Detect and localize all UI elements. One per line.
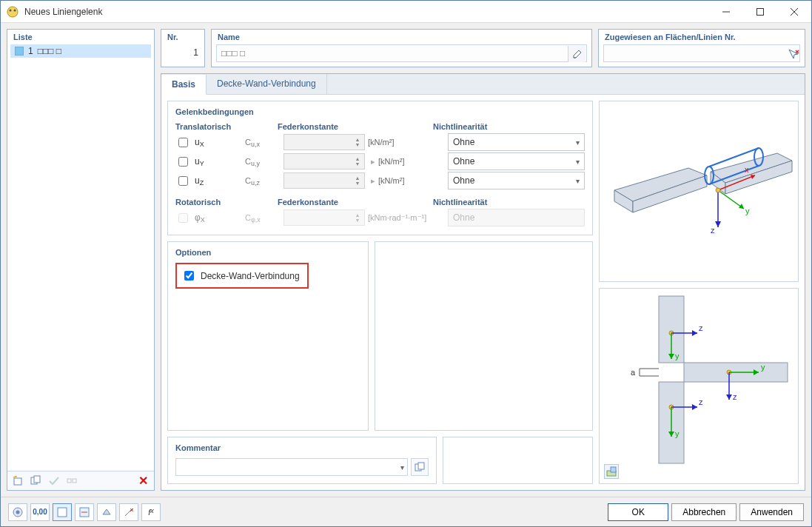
svg-text:y: y [675, 429, 680, 438]
options-title: Optionen [175, 248, 360, 257]
check-icon[interactable] [46, 474, 62, 489]
list-item-icon [15, 47, 24, 56]
assign-title: Zugewiesen an Flächen/Linien Nr. [599, 30, 805, 43]
trans-label: Translatorisch [175, 122, 242, 131]
gelenk-title: Gelenkbedingungen [175, 107, 585, 116]
list-title: Liste [7, 30, 154, 43]
name-title: Name [212, 30, 591, 43]
list-panel: Liste 1 □□□ □ ✕ [7, 29, 155, 491]
option-decke-wand-checkbox[interactable] [184, 271, 194, 281]
tab-basis[interactable]: Basis [161, 75, 207, 95]
footer-surface-icon[interactable] [97, 503, 116, 521]
left-column: Liste 1 □□□ □ ✕ [7, 29, 155, 491]
option-decke-wand-label: Decke-Wand-Verbindung [201, 271, 300, 281]
tab-decke-wand[interactable]: Decke-Wand-Verbindung [207, 74, 327, 94]
feder-label-2: Federkonstante [278, 198, 411, 207]
combo-phix: Ohne [448, 209, 585, 226]
footer: 0,00 fx OK Abbrechen Anwenden [1, 497, 811, 526]
const-uy: Cu,y [245, 157, 281, 166]
name-input[interactable]: □□□ □ [216, 44, 587, 62]
svg-rect-16 [418, 463, 424, 469]
check-ux[interactable]: uX [175, 135, 242, 150]
new-entry-icon[interactable] [10, 474, 27, 489]
right-column: Nr. 1 Name □□□ □ Zugewiesen an Flächen/L… [161, 29, 805, 491]
nr-title: Nr. [161, 30, 204, 43]
combo-ux[interactable]: Ohne▾ [448, 133, 585, 151]
svg-rect-7 [14, 478, 21, 485]
combo-uz[interactable]: Ohne▾ [448, 172, 585, 189]
check-phix: φX [175, 211, 242, 225]
svg-text:z: z [699, 323, 703, 332]
preview-tool-icon[interactable] [604, 464, 619, 479]
blank-panel [375, 241, 593, 431]
spin-ux[interactable]: ▲▼ [283, 134, 365, 150]
svg-marker-60 [692, 404, 697, 410]
option-decke-wand[interactable]: Decke-Wand-Verbindung [175, 263, 309, 289]
close-button[interactable] [777, 1, 811, 23]
list-item[interactable]: 1 □□□ □ [10, 44, 151, 58]
spin-uz[interactable]: ▲▼ [283, 172, 365, 189]
footer-view2-icon[interactable] [75, 503, 94, 521]
apply-button[interactable]: Anwenden [739, 503, 804, 521]
svg-text:y: y [745, 207, 750, 215]
row-uy: uY Cu,y ▲▼ ▸[kN/m²] Ohne▾ [175, 152, 585, 171]
svg-point-36 [716, 188, 720, 192]
preview-2d-svg: a z y [600, 289, 799, 481]
maximize-button[interactable] [743, 1, 777, 23]
footer-view1-icon[interactable] [53, 503, 72, 521]
cancel-button[interactable]: Abbrechen [671, 503, 736, 521]
unit-phix: [kNm·rad⁻¹·m⁻¹] [368, 213, 445, 223]
nr-value: 1 [161, 43, 204, 62]
delete-entry-icon[interactable]: ✕ [135, 474, 151, 489]
footer-units-icon[interactable]: 0,00 [30, 503, 50, 521]
svg-text:a: a [631, 368, 636, 377]
footer-help-icon[interactable] [8, 503, 27, 521]
assign-input[interactable] [603, 44, 800, 62]
copy-entry-icon[interactable] [28, 474, 44, 489]
link-icon[interactable] [64, 474, 80, 489]
list-item-num: 1 [28, 46, 33, 56]
svg-text:z: z [699, 397, 703, 406]
kommentar-import-icon[interactable] [411, 458, 429, 476]
ok-button[interactable]: OK [608, 503, 668, 521]
svg-point-1 [10, 9, 12, 11]
unit-ux: [kN/m²] [368, 138, 445, 147]
minimize-button[interactable] [709, 1, 743, 23]
pick-icon[interactable] [785, 46, 802, 62]
kommentar-blank [443, 437, 593, 484]
mid-row: Optionen Decke-Wand-Verbindung [167, 241, 593, 431]
assign-panel: Zugewiesen an Flächen/Linien Nr. [598, 29, 805, 67]
dialog-window: Neues Liniengelenk Liste 1 □□□ □ [0, 0, 812, 527]
kommentar-input[interactable]: ▾ [175, 458, 408, 476]
tab-host: Basis Decke-Wand-Verbindung Gelenkbeding… [161, 73, 805, 491]
tab-body: Gelenkbedingungen Translatorisch Federko… [161, 95, 805, 490]
svg-rect-69 [58, 508, 67, 517]
check-uz[interactable]: uZ [175, 174, 242, 188]
combo-uy[interactable]: Ohne▾ [448, 152, 585, 170]
svg-text:y: y [761, 363, 765, 372]
svg-point-68 [16, 510, 20, 514]
svg-rect-9 [34, 476, 40, 483]
row-ux: uX Cu,x ▲▼ [kN/m²] Ohne▾ [175, 132, 585, 152]
gelenk-group: Gelenkbedingungen Translatorisch Federko… [167, 101, 593, 235]
svg-marker-72 [103, 509, 110, 514]
top-row: Nr. 1 Name □□□ □ Zugewiesen an Flächen/L… [161, 29, 805, 67]
kommentar-title: Kommentar [175, 443, 429, 452]
svg-rect-4 [757, 8, 764, 15]
spin-uy[interactable]: ▲▼ [283, 153, 365, 169]
options-group: Optionen Decke-Wand-Verbindung [167, 241, 369, 431]
footer-fx-icon[interactable]: fx [141, 503, 161, 521]
svg-text:z: z [711, 226, 715, 235]
footer-release-icon[interactable] [119, 503, 138, 521]
list-item-label: □□□ □ [38, 46, 61, 56]
preview-column: x y z [599, 101, 799, 484]
unit-uy: ▸[kN/m²] [368, 157, 445, 167]
edit-name-icon[interactable] [568, 46, 585, 62]
app-icon [7, 6, 19, 18]
gelenk-header-trans: Translatorisch Federkonstante Nichtlinea… [175, 122, 585, 131]
svg-point-0 [7, 7, 18, 17]
feder-label-1: Federkonstante [278, 122, 411, 131]
check-uy[interactable]: uY [175, 155, 242, 169]
preview-3d-svg: x y z [600, 101, 799, 279]
svg-marker-46 [692, 330, 697, 336]
